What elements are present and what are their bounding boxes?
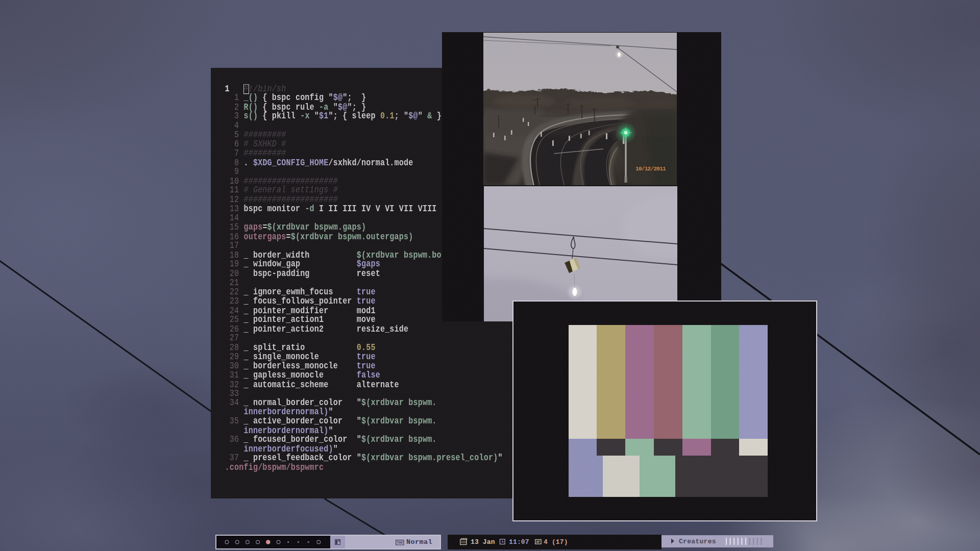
svg-text:10/12/2011: 10/12/2011 bbox=[635, 166, 666, 172]
